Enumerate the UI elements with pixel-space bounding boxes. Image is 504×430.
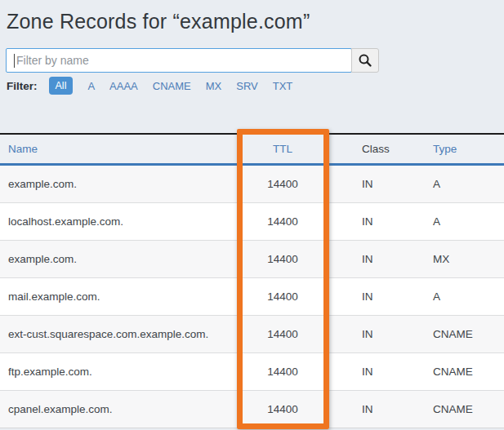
column-header-ttl[interactable]: TTL [237, 143, 328, 155]
record-class: IN [328, 403, 425, 415]
filter-link-txt[interactable]: TXT [273, 80, 293, 92]
table-row: example.com. 14400 IN MX [0, 241, 504, 278]
table-row: ftp.example.com. 14400 IN CNAME [0, 353, 504, 391]
record-name: mail.example.com. [0, 290, 237, 303]
record-type: A [425, 215, 504, 228]
record-type: CNAME [425, 328, 504, 340]
table-row: ext-cust.squarespace.com.example.com. 14… [0, 316, 504, 353]
table-header-row: Name TTL Class Type [0, 135, 504, 166]
record-type: A [425, 290, 504, 303]
magnifier-icon [358, 53, 372, 68]
filter-link-mx[interactable]: MX [206, 80, 222, 92]
filter-chip-all[interactable]: All [49, 77, 74, 95]
record-name: ftp.example.com. [0, 366, 237, 378]
column-header-type[interactable]: Type [425, 143, 504, 155]
record-name: example.com. [0, 253, 237, 265]
record-class: IN [328, 290, 425, 303]
record-class: IN [328, 178, 425, 190]
column-header-class: Class [328, 143, 425, 155]
record-class: IN [328, 253, 425, 265]
record-ttl: 14400 [237, 253, 328, 265]
zone-records-table: Name TTL Class Type example.com. 14400 I… [0, 133, 504, 428]
record-name: localhost.example.com. [0, 215, 237, 228]
record-class: IN [328, 328, 425, 340]
filter-label: Filter: [7, 80, 38, 92]
page-title: Zone Records for “example.com” [7, 10, 310, 33]
table-row: mail.example.com. 14400 IN A [0, 278, 504, 316]
record-ttl: 14400 [237, 403, 328, 415]
record-name: cpanel.example.com. [0, 403, 237, 415]
record-ttl: 14400 [237, 328, 328, 340]
table-row: localhost.example.com. 14400 IN A [0, 203, 504, 241]
record-ttl: 14400 [237, 290, 328, 303]
zone-records-page: Zone Records for “example.com” Filter: A… [0, 0, 504, 430]
filter-link-srv[interactable]: SRV [236, 80, 258, 92]
record-ttl: 14400 [237, 366, 328, 378]
record-name: example.com. [0, 178, 237, 190]
table-row: cpanel.example.com. 14400 IN CNAME [0, 391, 504, 428]
record-type: CNAME [425, 366, 504, 378]
text-caret [14, 54, 15, 68]
filter-by-name-input[interactable] [6, 48, 352, 73]
table-body: example.com. 14400 IN A localhost.exampl… [0, 166, 504, 428]
filter-bar: Filter: All A AAAA CNAME MX SRV TXT [7, 77, 292, 95]
record-class: IN [328, 366, 425, 378]
record-type: MX [425, 253, 504, 265]
search-button[interactable] [351, 48, 379, 73]
record-ttl: 14400 [237, 178, 328, 190]
record-ttl: 14400 [237, 215, 328, 228]
filter-link-aaaa[interactable]: AAAA [109, 80, 138, 92]
column-header-name[interactable]: Name [0, 143, 237, 155]
filter-link-a[interactable]: A [87, 80, 95, 92]
filter-link-cname[interactable]: CNAME [153, 80, 191, 92]
record-class: IN [328, 215, 425, 228]
record-type: A [425, 178, 504, 190]
record-type: CNAME [425, 403, 504, 415]
record-name: ext-cust.squarespace.com.example.com. [0, 328, 237, 340]
table-row: example.com. 14400 IN A [0, 166, 504, 203]
